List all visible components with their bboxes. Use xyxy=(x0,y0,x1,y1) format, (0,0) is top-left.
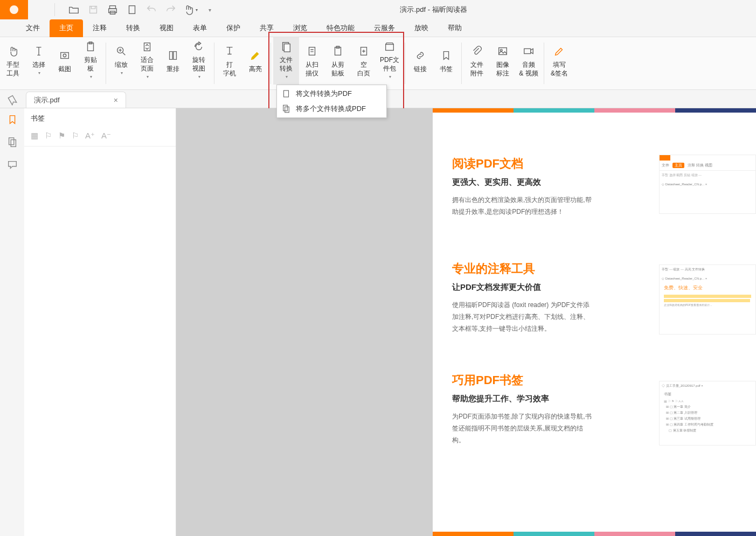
convert-multiple-files-item[interactable]: 将多个文件转换成PDF xyxy=(277,101,386,116)
bookmark-button[interactable]: 书签 xyxy=(433,37,459,85)
panel-tool-3[interactable]: ⚑ xyxy=(58,131,65,141)
tab-help[interactable]: 帮助 xyxy=(438,19,471,37)
from-clipboard-icon xyxy=(332,45,344,57)
panel-tool-2[interactable]: ⚐ xyxy=(45,131,52,141)
typewriter-button[interactable]: 打 字机 xyxy=(217,37,242,85)
section-2: 手型 ⋯ 缩放 ⋯ 高亮 文件转换 ◇ Datasheet_Reader_CN.… xyxy=(433,223,756,340)
color-strip-bottom xyxy=(433,532,756,536)
select-text-icon xyxy=(33,45,45,57)
zoom-icon xyxy=(115,45,127,57)
from-scanner-button[interactable]: 从扫 描仪 xyxy=(299,37,325,85)
ribbon-toolbar: 手型 工具 选择▾ 截图 剪贴 板▾ 缩放▾ 适合 页面▾ 重排 旋转 视图▾ … xyxy=(0,37,756,90)
blank-page-button[interactable]: 空 白页 xyxy=(351,37,377,85)
file-convert-icon xyxy=(280,41,292,53)
touch-mode-button[interactable]: ▾ xyxy=(181,2,199,17)
tab-features[interactable]: 特色功能 xyxy=(317,19,364,37)
tab-play[interactable]: 放映 xyxy=(405,19,438,37)
bookmark-icon xyxy=(6,114,18,126)
reflow-button[interactable]: 重排 xyxy=(160,37,186,85)
folder-open-icon xyxy=(68,4,80,16)
from-clipboard-button[interactable]: 从剪 贴板 xyxy=(325,37,351,85)
typewriter-icon xyxy=(224,45,235,57)
pages-panel-button[interactable] xyxy=(6,136,18,148)
file-convert-button[interactable]: 文件 转换▾ xyxy=(273,37,299,85)
section-1-text: 拥有出色的文档渲染效果,强大的页面管理功能,帮助提升效率,是您阅读PDF的理想选… xyxy=(452,194,592,218)
svg-point-0 xyxy=(10,6,18,14)
comments-panel-button[interactable] xyxy=(6,159,18,171)
panel-tool-6[interactable]: A⁻ xyxy=(101,131,111,141)
tab-file[interactable]: 文件 xyxy=(16,19,50,37)
highlight-button[interactable]: 高亮 xyxy=(242,37,268,85)
svg-rect-6 xyxy=(61,53,69,59)
fill-sign-button[interactable]: 填写 &签名 xyxy=(546,37,572,85)
print-icon xyxy=(107,4,119,16)
hand-tool-button[interactable]: 手型 工具 xyxy=(0,37,26,85)
svg-rect-24 xyxy=(285,107,289,113)
svg-rect-2 xyxy=(110,6,116,9)
app-logo[interactable] xyxy=(0,0,28,19)
link-icon xyxy=(414,50,426,61)
snapshot-button[interactable]: 截图 xyxy=(52,37,78,85)
tab-comment[interactable]: 注释 xyxy=(83,19,116,37)
thumbnail-1: 文件 主页 注释 转换 视图 手型 选择 截图 剪贴 缩放 ⋯ ◇ Datash… xyxy=(659,155,756,214)
video-icon xyxy=(523,45,535,57)
print-button[interactable] xyxy=(103,2,122,17)
image-annotation-button[interactable]: 图像 标注 xyxy=(490,37,516,85)
tab-protect[interactable]: 保护 xyxy=(217,19,250,37)
tab-view[interactable]: 视图 xyxy=(150,19,183,37)
export-button[interactable] xyxy=(123,2,141,17)
zoom-button[interactable]: 缩放▾ xyxy=(108,37,134,85)
section-1: 文件 主页 注释 转换 视图 手型 选择 截图 剪贴 缩放 ⋯ ◇ Datash… xyxy=(433,113,756,223)
audio-video-button[interactable]: 音频 & 视频 xyxy=(516,37,542,85)
svg-rect-18 xyxy=(386,44,394,50)
panel-tool-5[interactable]: A⁺ xyxy=(85,131,95,141)
clipboard-icon xyxy=(85,41,96,53)
comment-icon xyxy=(6,159,18,171)
section-3-text: 为PDF页面添加书签,除了实现内容的快速导航,书签还能指明不同书签的层级关系,展… xyxy=(452,410,592,446)
select-button[interactable]: 选择▾ xyxy=(26,37,52,85)
tab-cloud[interactable]: 云服务 xyxy=(364,19,405,37)
tab-form[interactable]: 表单 xyxy=(183,19,217,37)
file-icon xyxy=(281,88,291,100)
attachment-icon xyxy=(471,45,483,57)
tab-convert[interactable]: 转换 xyxy=(116,19,150,37)
undo-button[interactable] xyxy=(142,2,161,17)
fit-page-button[interactable]: 适合 页面▾ xyxy=(134,37,160,85)
open-button[interactable] xyxy=(65,2,83,17)
rotate-icon xyxy=(193,41,205,53)
svg-point-7 xyxy=(63,54,66,57)
convert-file-to-pdf-item[interactable]: 将文件转换为PDF xyxy=(277,86,386,101)
file-convert-dropdown: 将文件转换为PDF 将多个文件转换成PDF xyxy=(276,85,387,118)
panel-tool-4[interactable]: ⚐ xyxy=(72,131,79,141)
pdf-page: 文件 主页 注释 转换 视图 手型 选择 截图 剪贴 缩放 ⋯ ◇ Datash… xyxy=(433,108,756,536)
window-title: 演示.pdf - 福昕阅读器 xyxy=(219,5,648,15)
blank-page-icon xyxy=(358,45,370,57)
document-tab[interactable]: 演示.pdf × xyxy=(26,92,126,108)
svg-rect-5 xyxy=(129,6,135,14)
panel-tool-1[interactable]: ▦ xyxy=(31,131,38,141)
link-button[interactable]: 链接 xyxy=(407,37,433,85)
clipboard-button[interactable]: 剪贴 板▾ xyxy=(78,37,103,85)
thumbnail-2: 手型 ⋯ 缩放 ⋯ 高亮 文件转换 ◇ Datasheet_Reader_CN.… xyxy=(659,264,756,335)
bookmark-panel-button[interactable] xyxy=(6,114,18,126)
section-2-text: 使用福昕PDF阅读器 (foxit reader) 为PDF文件添加注释,可对P… xyxy=(452,299,592,335)
panel-title: 书签 xyxy=(24,108,176,129)
tab-home[interactable]: 主页 xyxy=(50,19,83,37)
tab-browse[interactable]: 浏览 xyxy=(283,19,317,37)
redo-button[interactable] xyxy=(162,2,180,17)
pdf-package-button[interactable]: PDF文 件包▾ xyxy=(377,37,403,85)
save-button[interactable] xyxy=(84,2,102,17)
svg-rect-13 xyxy=(284,44,290,52)
qat-dropdown-button[interactable]: ▾ xyxy=(200,2,219,17)
bookmarks-panel: 书签 ▦ ⚐ ⚑ ⚐ A⁺ A⁻ xyxy=(24,108,176,536)
close-tab-button[interactable]: × xyxy=(114,96,118,105)
save-icon xyxy=(87,4,99,16)
pages-icon xyxy=(6,136,18,148)
attachment-button[interactable]: 文件 附件 xyxy=(464,37,490,85)
document-tab-label: 演示.pdf xyxy=(34,95,60,105)
foxit-logo-icon xyxy=(8,4,20,16)
document-view[interactable]: 文件 主页 注释 转换 视图 手型 选择 截图 剪贴 缩放 ⋯ ◇ Datash… xyxy=(176,108,756,536)
tab-share[interactable]: 共享 xyxy=(250,19,283,37)
rotate-view-button[interactable]: 旋转 视图▾ xyxy=(186,37,212,85)
svg-rect-21 xyxy=(524,48,531,53)
